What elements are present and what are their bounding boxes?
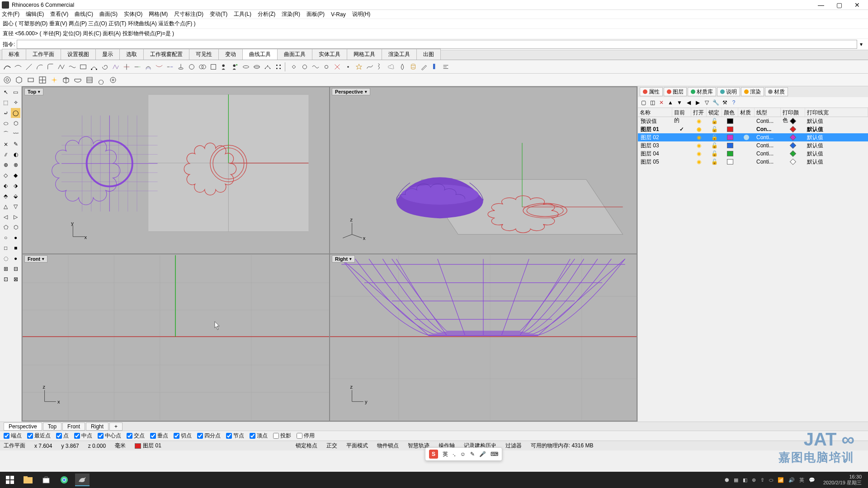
tool-palette-button[interactable]: ⬡ (11, 222, 20, 232)
up-icon[interactable]: ▲ (667, 99, 674, 106)
tool-palette-button[interactable]: ◐ (11, 150, 20, 160)
viewport-tab[interactable]: + (109, 422, 123, 431)
rhino-taskbar-icon[interactable] (75, 474, 90, 486)
tool-palette-button[interactable]: ⊞ (1, 264, 10, 274)
group-b-icon[interactable] (198, 62, 207, 71)
line-tool-icon[interactable] (24, 62, 33, 71)
boat-icon[interactable] (73, 75, 82, 84)
ime-toolbar[interactable]: S 英 ·, ☺ ✎ 🎤 ⌨ (425, 447, 502, 461)
layer-row[interactable]: 图层 05◉🔓Conti...默认值 (638, 158, 868, 166)
tool-palette-button[interactable]: ⬡ (11, 118, 20, 128)
ime-punct[interactable]: ·, (453, 451, 456, 457)
tray-icon[interactable]: ▦ (734, 477, 738, 483)
rect-b-icon[interactable] (26, 75, 35, 84)
tool-palette-button[interactable]: ⤾ (1, 108, 10, 118)
osnap-toggle[interactable]: 最近点 (27, 432, 51, 440)
ribbon-tab[interactable]: 选取 (119, 49, 144, 60)
ribbon-tab[interactable]: 工作平面 (26, 49, 61, 60)
tool-palette-button[interactable]: ⬖ (1, 181, 10, 191)
taskbar-clock[interactable]: 16:30 2020/2/19 星期三 (820, 474, 865, 486)
osnap-toggle[interactable]: 节点 (226, 432, 244, 440)
status-unit[interactable]: 毫米 (115, 442, 126, 450)
tray-notif-icon[interactable]: 💬 (809, 477, 815, 483)
hdr-printwidth[interactable]: 打印线宽 (805, 108, 868, 117)
tray-wifi-icon[interactable]: 📶 (778, 477, 784, 483)
spiral-tool-icon[interactable] (100, 62, 109, 71)
polyline-tool-icon[interactable] (57, 62, 66, 71)
tool-palette-button[interactable]: ▽ (11, 202, 20, 211)
tray-icon[interactable]: ⊕ (752, 477, 756, 483)
viewport-front-label[interactable]: Front▾ (24, 255, 47, 263)
torus-icon[interactable] (3, 75, 12, 84)
status-gridsnap[interactable]: 锁定格点 (296, 442, 317, 450)
sparkle-icon[interactable] (50, 75, 59, 84)
dropdown-icon[interactable]: ▾ (42, 257, 44, 261)
project-tool-icon[interactable] (176, 62, 185, 71)
helix-tool-icon[interactable] (376, 62, 385, 71)
star-tool-icon[interactable] (354, 62, 363, 71)
pen-tool-icon[interactable] (420, 62, 429, 71)
osnap-toggle[interactable]: 投影 (273, 432, 291, 440)
close-button[interactable]: ✕ (848, 0, 866, 10)
left-icon[interactable]: ◀ (685, 99, 692, 106)
tool-palette-button[interactable]: ⬙ (11, 191, 20, 201)
chrome-icon[interactable] (57, 474, 71, 486)
panel-tab[interactable]: 属性 (640, 87, 663, 96)
tray-volume-icon[interactable]: 🔊 (788, 477, 795, 483)
layer-row[interactable]: 图层 01✓◉🔓Con...默认值 (638, 125, 868, 133)
fillet-tool-icon[interactable] (46, 62, 55, 71)
tool-palette-button[interactable]: ■ (11, 243, 20, 253)
minimize-button[interactable]: — (812, 0, 830, 10)
hdr-material[interactable]: 材质 (738, 108, 755, 117)
osnap-toggle[interactable]: 交点 (127, 432, 145, 440)
tray-icon[interactable]: ⇧ (760, 477, 764, 483)
layer-row[interactable]: 图层 04◉🔓Conti...默认值 (638, 150, 868, 158)
tool-palette-button[interactable]: ⬘ (1, 191, 10, 201)
osnap-toggle[interactable]: 垂点 (150, 432, 168, 440)
maximize-button[interactable]: ▢ (830, 0, 848, 10)
tool-palette-button[interactable]: ● (11, 233, 20, 243)
right-icon[interactable]: ▶ (694, 99, 701, 106)
viewport-right[interactable]: Right▾ (330, 254, 637, 421)
panel-tab[interactable]: 说明 (717, 87, 740, 96)
ellipse-b-icon[interactable] (252, 62, 261, 71)
grid-b-icon[interactable] (38, 75, 47, 84)
sketch-tool-icon[interactable] (111, 62, 120, 71)
spiral-b-icon[interactable] (97, 75, 106, 84)
status-ortho[interactable]: 正交 (326, 442, 337, 450)
arc-tool-icon[interactable] (35, 62, 44, 71)
hdr-name[interactable]: 名称 (638, 108, 672, 117)
tray-ime-icon[interactable]: 英 (799, 477, 804, 483)
hammer-icon[interactable]: ⚒ (721, 99, 728, 106)
new-layer-icon[interactable]: ▢ (640, 99, 647, 106)
hatch-icon[interactable] (85, 75, 94, 84)
tool-palette-button[interactable]: ⊡ (1, 274, 10, 284)
status-layer[interactable]: 图层 01 (135, 442, 161, 450)
tool-palette-button[interactable]: △ (1, 202, 10, 211)
dropdown-icon[interactable]: ▾ (365, 89, 367, 94)
status-filter[interactable]: 过滤器 (505, 442, 522, 450)
ribbon-tab[interactable]: 显示 (95, 49, 120, 60)
down-icon[interactable]: ▼ (676, 99, 683, 106)
cube-icon[interactable] (61, 75, 71, 84)
group-a-icon[interactable] (187, 62, 196, 71)
ribbon-tab[interactable]: 曲面工具 (277, 49, 312, 60)
rebuild-icon[interactable] (263, 62, 272, 71)
ime-emoji-icon[interactable]: ☺ (460, 451, 466, 457)
help-icon[interactable]: ? (730, 99, 737, 106)
tool-palette-button[interactable]: ⊠ (11, 274, 20, 284)
extend-tool-icon[interactable] (133, 62, 142, 71)
menu-item[interactable]: 实体(O) (124, 10, 142, 18)
ribbon-tab[interactable]: 设置视图 (61, 49, 96, 60)
target-icon[interactable] (108, 75, 118, 84)
tool-palette-button[interactable]: ⊗ (11, 160, 20, 170)
ribbon-tab[interactable]: 网格工具 (347, 49, 382, 60)
start-button[interactable] (3, 474, 17, 486)
store-icon[interactable] (39, 474, 53, 486)
hdr-color[interactable]: 颜色 (722, 108, 738, 117)
viewport-tab[interactable]: Front (62, 422, 85, 431)
group-c-icon[interactable] (209, 62, 218, 71)
ellipse-a-icon[interactable] (241, 62, 250, 71)
tool-palette-button[interactable]: ○ (1, 233, 10, 243)
ribbon-tab[interactable]: 实体工具 (312, 49, 347, 60)
